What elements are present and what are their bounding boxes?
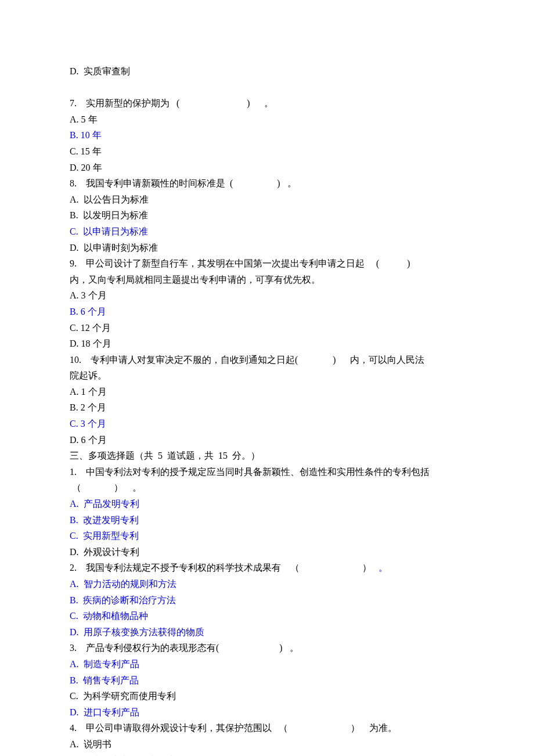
text-line: B. 疾病的诊断和治疗方法 [70,593,464,608]
text-line: C. 3 个月 [70,416,464,431]
text-line: （ ） 。 [70,480,464,495]
text-line: A. 以公告日为标准 [70,192,464,207]
text-line: D. 18 个月 [70,336,464,351]
text-line: 3. 产品专利侵权行为的表现形态有( ) 。 [70,640,464,656]
text-line: B. 以发明日为标准 [70,208,464,223]
text-line: 7. 实用新型的保护期为 ( ) 。 [70,96,464,111]
text-line: 三、多项选择题（共 5 道试题，共 15 分。） [70,448,464,463]
text-line: A. 智力活动的规则和方法 [70,577,464,592]
text-line: B. 2 个月 [70,400,464,415]
text-line: D. 6 个月 [70,433,464,448]
text-line: B. 权利要求书的权利要求 [70,753,464,756]
text-line: D. 进口专利产品 [70,705,464,720]
text-line: A. 产品发明专利 [70,496,464,512]
text-line: B. 改进发明专利 [70,513,464,528]
text-line: C. 实用新型专利 [70,528,464,543]
text-line: 4. 甲公司申请取得外观设计专利，其保护范围以 （ ） 为准。 [70,721,464,736]
text-line: A. 5 年 [70,112,464,127]
text-line: D. 实质审查制 [70,64,464,79]
text-line: B. 6 个月 [70,304,464,319]
text-line: B. 10 年 [70,128,464,143]
text-line: C. 动物和植物品种 [70,609,464,624]
text-line: A. 制造专利产品 [70,657,464,672]
text-line: 10. 专利申请人对复审决定不服的，自收到通知之日起( ) 内，可以向人民法 [70,352,464,368]
text-line: D. 20 年 [70,160,464,175]
text-line: A. 说明书 [70,737,464,752]
text-line: D. 外观设计专利 [70,545,464,560]
document-page: D. 实质审查制 7. 实用新型的保护期为 ( ) 。A. 5 年B. 10 年… [0,0,534,756]
text-line: A. 1 个月 [70,384,464,399]
text-line: C. 15 年 [70,144,464,159]
text-line: A. 3 个月 [70,288,464,303]
text-line: 2. 我国专利法规定不授予专利权的科学技术成果有 （ ） 。 [70,560,464,575]
text-line: D. 以申请时刻为标准 [70,240,464,255]
text-line: C. 12 个月 [70,321,464,336]
text-line: 8. 我国专利申请新颖性的时间标准是 ( ) 。 [70,176,464,191]
text-line: B. 销售专利产品 [70,673,464,688]
text-line: 内，又向专利局就相同主题提出专利申请的，可享有优先权。 [70,272,464,287]
text-span: 。 [378,563,388,573]
text-line: 院起诉。 [70,368,464,383]
text-line: C. 以申请日为标准 [70,224,464,239]
text-line: D. 用原子核变换方法获得的物质 [70,625,464,640]
text-line: 1. 中国专利法对专利的授予规定应当同时具备新颖性、创造性和实用性条件的专利包括 [70,465,464,480]
text-line [70,80,464,95]
text-line: C. 为科学研究而使用专利 [70,689,464,704]
text-span: 2. 我国专利法规定不授予专利权的科学技术成果有 （ ） [70,563,378,573]
text-line: 9. 甲公司设计了新型自行车，其发明在中国第一次提出专利申请之日起 ( ) [70,256,464,271]
